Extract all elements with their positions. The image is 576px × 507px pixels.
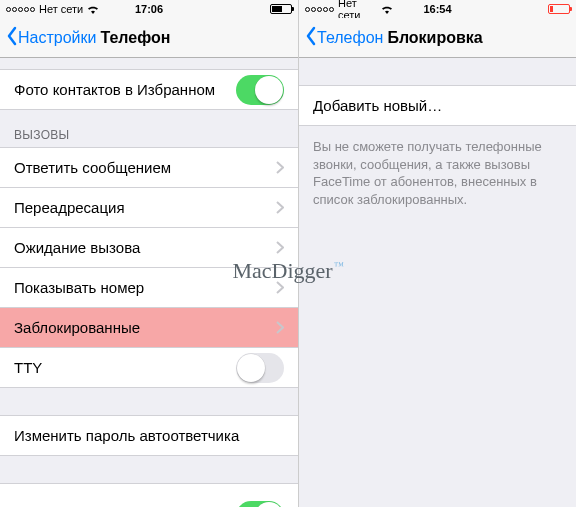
chevron-left-icon — [6, 26, 18, 50]
chevron-right-icon — [276, 241, 284, 254]
screen-phone-settings: Нет сети 17:06 Настройки Телефон Фото ко… — [0, 0, 298, 507]
toggle-tty[interactable] — [236, 353, 284, 383]
row-reply-sms[interactable]: Ответить сообщением — [0, 147, 298, 188]
status-bar: Нет сети 16:54 — [299, 0, 576, 18]
row-label: TTY — [14, 359, 236, 376]
chevron-right-icon — [276, 321, 284, 334]
row-label: Ожидание вызова — [14, 239, 276, 256]
status-clock: 16:54 — [393, 3, 481, 15]
status-battery — [197, 4, 292, 14]
wifi-icon — [87, 5, 99, 14]
row-tty[interactable]: TTY — [0, 347, 298, 388]
signal-dots-icon — [6, 7, 35, 12]
chevron-right-icon — [276, 201, 284, 214]
battery-icon — [548, 4, 570, 14]
page-title: Блокировка — [387, 29, 482, 47]
back-label: Настройки — [18, 29, 96, 47]
toggle-cutoff[interactable] — [236, 501, 284, 507]
page-title: Телефон — [100, 29, 170, 47]
row-label: Ответить сообщением — [14, 159, 276, 176]
section-header-calls: ВЫЗОВЫ — [0, 110, 298, 148]
back-button[interactable]: Настройки — [6, 26, 96, 50]
row-forwarding[interactable]: Переадресация — [0, 187, 298, 228]
status-carrier: Нет сети — [6, 3, 101, 15]
row-favorites-photos[interactable]: Фото контактов в Избранном — [0, 69, 298, 110]
back-label: Телефон — [317, 29, 383, 47]
nav-bar: Телефон Блокировка — [299, 18, 576, 58]
row-label: Заблокированные — [14, 319, 276, 336]
spacer — [0, 388, 298, 416]
signal-dots-icon — [305, 7, 334, 12]
row-label: Фото контактов в Избранном — [14, 81, 236, 98]
wifi-icon — [381, 5, 393, 14]
chevron-right-icon — [276, 281, 284, 294]
status-bar: Нет сети 17:06 — [0, 0, 298, 18]
status-battery — [482, 4, 570, 14]
section-footer-text: Вы не сможете получать телефонные звонки… — [299, 126, 576, 220]
row-add-new-blocked[interactable]: Добавить новый… — [299, 85, 576, 126]
carrier-text: Нет сети — [39, 3, 83, 15]
chevron-right-icon — [276, 161, 284, 174]
row-cutoff[interactable] — [0, 483, 298, 507]
status-clock: 17:06 — [101, 3, 196, 15]
row-call-waiting[interactable]: Ожидание вызова — [0, 227, 298, 268]
toggle-favorites-photos[interactable] — [236, 75, 284, 105]
row-blocked[interactable]: Заблокированные — [0, 307, 298, 348]
row-label: Показывать номер — [14, 279, 276, 296]
block-list-content: Добавить новый… Вы не сможете получать т… — [299, 58, 576, 507]
spacer — [299, 58, 576, 86]
screen-block-list: Нет сети 16:54 Телефон Блокировка Добави… — [298, 0, 576, 507]
nav-bar: Настройки Телефон — [0, 18, 298, 58]
row-change-vm-password[interactable]: Изменить пароль автоответчика — [0, 415, 298, 456]
row-label: Добавить новый… — [313, 97, 562, 114]
spacer — [0, 456, 298, 484]
row-show-caller-id[interactable]: Показывать номер — [0, 267, 298, 308]
back-button[interactable]: Телефон — [305, 26, 383, 50]
settings-list: Фото контактов в Избранном ВЫЗОВЫ Ответи… — [0, 58, 298, 507]
row-label: Переадресация — [14, 199, 276, 216]
chevron-left-icon — [305, 26, 317, 50]
battery-icon — [270, 4, 292, 14]
row-label: Изменить пароль автоответчика — [14, 427, 284, 444]
